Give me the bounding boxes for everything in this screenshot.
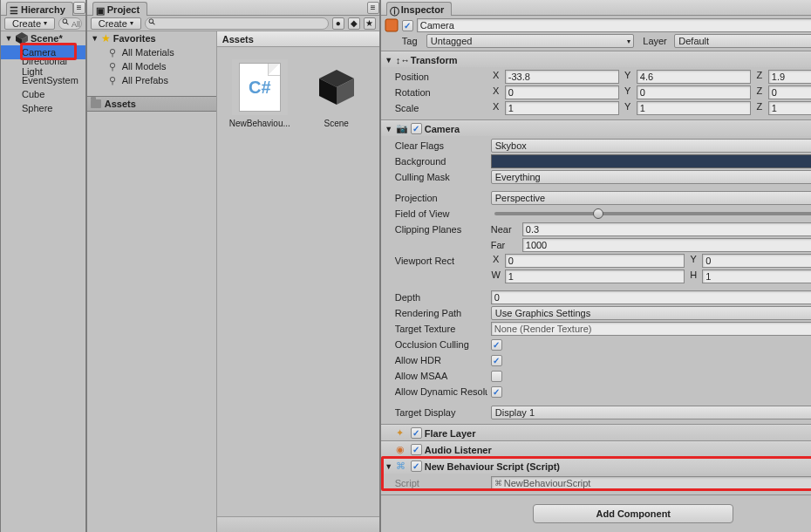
rotation-y-field[interactable] [637,85,751,99]
hierarchy-create-button[interactable]: Create▾ [4,17,55,30]
background-color-field[interactable] [491,154,811,168]
filter-type-icon[interactable]: ◆ [348,17,360,30]
favorites-row[interactable]: ▼ ★ Favorites [87,31,216,45]
hierarchy-tree: ▼ Scene* Camera Directional Light EventS… [1,31,85,532]
filter-icon[interactable]: ● [332,17,344,30]
assets-breadcrumb: Assets [217,31,379,47]
occlusion-label: Occlusion Culling [393,339,487,350]
project-tab[interactable]: ▣ Project [92,2,147,16]
camera-icon: 📷 [396,123,408,134]
project-search-input[interactable] [145,17,329,30]
viewport-w-field[interactable] [505,269,685,283]
asset-item-scene[interactable]: Scene [306,59,367,128]
svg-rect-6 [385,19,398,31]
projection-label: Projection [393,193,487,203]
viewport-y-field[interactable] [702,254,811,268]
hierarchy-search-input[interactable]: All [58,17,82,30]
hdr-label: Allow HDR [393,355,487,365]
position-y-field[interactable] [637,70,751,84]
star-icon: ★ [101,33,112,44]
scale-y-field[interactable] [637,101,751,115]
fav-item[interactable]: ⚲All Materials [87,45,216,59]
tag-label: Tag [402,36,423,46]
project-create-button[interactable]: Create▾ [91,17,141,30]
rendering-path-dropdown[interactable]: Use Graphics Settings [491,306,811,320]
script-component-title: New Behaviour Script (Script) [425,461,811,472]
rotation-x-field[interactable] [505,85,619,99]
hierarchy-item[interactable]: Cube [1,87,85,101]
scene-name: Scene* [31,33,63,44]
viewport-h-field[interactable] [702,269,811,283]
near-field[interactable] [522,222,811,236]
folder-icon [91,99,101,108]
script-icon: ⌘ [396,460,408,472]
camera-enabled-checkbox[interactable]: ✓ [411,123,422,134]
projection-dropdown[interactable]: Perspective [491,191,811,205]
msaa-checkbox[interactable] [491,371,502,382]
active-checkbox[interactable]: ✓ [402,20,413,31]
hierarchy-item[interactable]: Directional Light [1,59,85,73]
flare-enabled-checkbox[interactable]: ✓ [411,427,422,439]
fav-item[interactable]: ⚲All Prefabs [87,73,216,87]
audio-enabled-checkbox[interactable]: ✓ [411,444,422,455]
scene-row[interactable]: ▼ Scene* [1,31,85,45]
gameobject-icon [385,18,399,32]
foldout-icon[interactable]: ▼ [385,56,393,65]
viewport-x-field[interactable] [505,254,685,268]
panel-menu-icon[interactable]: ≡ [367,2,379,14]
viewport-label: Viewport Rect [393,256,487,266]
fav-item[interactable]: ⚲All Models [87,59,216,73]
foldout-icon[interactable]: ▼ [4,34,13,43]
scale-z-field[interactable] [768,101,811,115]
occlusion-checkbox[interactable]: ✓ [491,339,502,351]
search-icon: ⚲ [108,76,118,85]
scale-x-field[interactable] [505,101,619,115]
hdr-checkbox[interactable]: ✓ [491,355,502,366]
target-texture-field[interactable]: None (Render Texture) [491,322,811,336]
depth-label: Depth [393,292,487,303]
inspector-icon: ⓘ [390,5,398,13]
position-x-field[interactable] [505,70,619,84]
dynres-checkbox[interactable]: ✓ [491,386,502,398]
hierarchy-item-camera[interactable]: Camera [1,45,85,59]
add-component-button[interactable]: Add Component [533,504,733,523]
save-search-icon[interactable]: ★ [364,17,376,30]
target-display-label: Target Display [393,407,487,418]
flare-layer-title: Flare Layer [425,428,811,439]
assets-folder-row[interactable]: Assets [87,96,216,112]
inspector-tab-label: Inspector [401,4,445,15]
position-z-field[interactable] [768,70,811,84]
hierarchy-item[interactable]: EventSystem [1,73,85,87]
object-name-field[interactable] [417,18,811,32]
foldout-icon[interactable]: ▼ [91,34,99,43]
inspector-tab[interactable]: ⓘ Inspector [386,2,453,16]
clear-flags-dropdown[interactable]: Skybox [491,139,811,153]
camera-title: Camera [425,124,811,134]
script-field: ⌘NewBehaviourScript [491,476,811,490]
culling-mask-dropdown[interactable]: Everything [491,170,811,184]
transform-icon: ↕↔ [396,55,408,65]
script-enabled-checkbox[interactable]: ✓ [411,460,422,472]
hierarchy-item[interactable]: Sphere [1,101,85,115]
csharp-icon: C# [239,63,281,112]
fov-slider[interactable] [494,212,811,215]
culling-mask-label: Culling Mask [393,172,487,182]
rotation-label: Rotation [393,87,487,98]
target-texture-label: Target Texture [393,324,487,334]
panel-menu-icon[interactable]: ≡ [73,2,85,14]
tag-dropdown[interactable]: Untagged [426,34,635,48]
far-field[interactable] [522,238,811,252]
foldout-icon[interactable]: ▼ [385,125,393,133]
target-display-dropdown[interactable]: Display 1 [491,406,811,419]
fov-label: Field of View [393,208,487,219]
rotation-z-field[interactable] [768,85,811,99]
asset-item-script[interactable]: C# NewBehaviou... [229,59,290,128]
layer-dropdown[interactable]: Default [674,34,811,48]
hierarchy-tab-label: Hierarchy [21,4,65,15]
hierarchy-tab[interactable]: ☰ Hierarchy [6,2,73,16]
foldout-icon[interactable]: ▼ [385,462,393,471]
depth-field[interactable] [491,290,811,304]
folder-icon: ▣ [96,5,104,13]
rendering-path-label: Rendering Path [393,308,487,318]
audio-icon: ◉ [396,444,408,455]
